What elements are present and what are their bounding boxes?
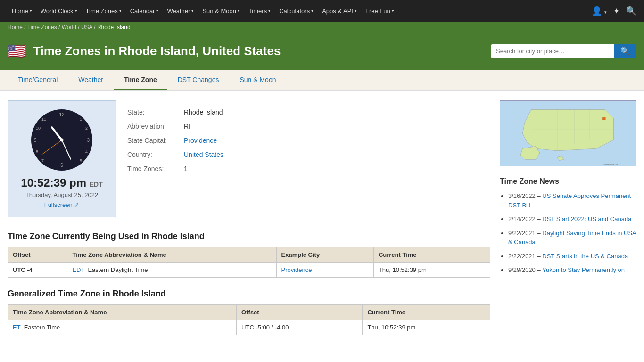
svg-marker-2 (520, 147, 540, 160)
tab-dst-changes[interactable]: DST Changes (167, 70, 230, 90)
breadcrumb-world[interactable]: World (62, 24, 76, 31)
table-row: Country: United States (125, 148, 490, 162)
list-item: 9/22/2021 – Daylight Saving Time Ends in… (508, 229, 636, 247)
hero-title-area: 🇺🇸 Time Zones in Rhode Island, United St… (8, 42, 281, 60)
search-form: 🔍 (491, 44, 636, 58)
digital-time: 10:52:39 pm EDT (17, 176, 107, 189)
generalized-tz-thead: Time Zone Abbreviation & Name Offset Cur… (8, 305, 490, 320)
tabs-bar: Time/General Weather Time Zone DST Chang… (0, 70, 644, 91)
gen-col-abbr: Time Zone Abbreviation & Name (8, 305, 237, 320)
list-item: 9/29/2020 – Yukon to Stay Permanently on (508, 265, 636, 275)
nav-free-fun[interactable]: Free Fun ▾ (361, 8, 398, 15)
table-row: Offset Time Zone Abbreviation & Name Exa… (8, 247, 490, 263)
flag-icon: 🇺🇸 (8, 42, 26, 60)
svg-text:© timeanddate.com: © timeanddate.com (603, 164, 618, 165)
news-date-2: 2/14/2022 (508, 215, 536, 222)
col-current-time: Current Time (373, 247, 490, 263)
current-tz-title: Time Zone Currently Being Used in Rhode … (8, 231, 490, 241)
news-date-1: 3/16/2022 (508, 192, 536, 199)
state-value: Rhode Island (182, 105, 490, 119)
svg-rect-8 (603, 117, 605, 120)
col-example-city: Example City (276, 247, 373, 263)
nav-world-clock[interactable]: World Clock ▾ (36, 8, 82, 15)
hero-content: 🇺🇸 Time Zones in Rhode Island, United St… (0, 33, 644, 70)
current-tz-tbody: UTC -4 EDT Eastern Daylight Time Provide… (8, 263, 490, 278)
fullscreen-link[interactable]: Fullscreen ⤢ (44, 201, 80, 208)
capital-value: Providence (182, 133, 490, 148)
breadcrumb-current: Rhode Island (97, 24, 131, 31)
city-link[interactable]: Providence (281, 266, 312, 273)
share-icon[interactable]: ✦ (613, 7, 619, 16)
nav-right-icons: 👤 ▾ ✦ 🔍 (592, 6, 636, 16)
nav-sun-moon[interactable]: Sun & Moon ▾ (198, 8, 244, 15)
news-date-4: 2/22/2021 (508, 253, 536, 260)
clock-5: 5 (80, 158, 82, 163)
tab-sun-moon[interactable]: Sun & Moon (229, 70, 286, 90)
news-date-3: 9/22/2021 (508, 230, 536, 237)
main-content: 12 3 6 9 1 11 2 4 5 7 8 10 (0, 91, 644, 356)
breadcrumb-timezones[interactable]: Time Zones (27, 24, 57, 31)
generalized-tz-table: Time Zone Abbreviation & Name Offset Cur… (8, 304, 490, 335)
tab-time-zone[interactable]: Time Zone (114, 70, 167, 90)
country-value: United States (182, 148, 490, 162)
news-link-5[interactable]: Yukon to Stay Permanently on (542, 266, 625, 273)
clock-date: Thursday, August 25, 2022 (17, 191, 107, 198)
nav-time-zones[interactable]: Time Zones ▾ (82, 8, 126, 15)
nav-home[interactable]: Home ▾ (8, 8, 36, 15)
gen-col-time: Current Time (363, 305, 490, 320)
generalized-tz-title: Generalized Time Zone in Rhode Island (8, 289, 490, 299)
capital-link[interactable]: Providence (184, 137, 217, 144)
search-button[interactable]: 🔍 (614, 44, 636, 58)
nav-menu: Home ▾ World Clock ▾ Time Zones ▾ Calend… (8, 8, 398, 15)
clock-6: 6 (60, 163, 63, 168)
nav-calculators[interactable]: Calculators ▾ (275, 8, 318, 15)
page-title: Time Zones in Rhode Island, United State… (33, 44, 281, 58)
news-date-5: 9/29/2020 (508, 266, 536, 273)
nav-calendar[interactable]: Calendar ▾ (126, 8, 163, 15)
svg-marker-1 (522, 109, 613, 150)
tab-weather[interactable]: Weather (68, 70, 114, 90)
nav-timers[interactable]: Timers ▾ (244, 8, 275, 15)
analog-clock: 12 3 6 9 1 11 2 4 5 7 8 10 (31, 109, 92, 171)
nav-apps-api[interactable]: Apps & API ▾ (318, 8, 361, 15)
table-row: State Capital: Providence (125, 133, 490, 148)
news-link-2[interactable]: DST Start 2022: US and Canada (542, 215, 631, 222)
news-link-4[interactable]: DST Starts in the US & Canada (542, 253, 628, 260)
table-row: Time Zone Abbreviation & Name Offset Cur… (8, 305, 490, 320)
list-item: 2/22/2021 – DST Starts in the US & Canad… (508, 252, 636, 261)
current-tz-thead: Offset Time Zone Abbreviation & Name Exa… (8, 247, 490, 263)
row-abbr: EDT Eastern Daylight Time (67, 263, 276, 278)
table-row: UTC -4 EDT Eastern Daylight Time Provide… (8, 263, 490, 278)
top-nav: Home ▾ World Clock ▾ Time Zones ▾ Calend… (0, 0, 644, 22)
second-hand (42, 140, 62, 155)
col-offset: Offset (8, 247, 67, 263)
content-area: 12 3 6 9 1 11 2 4 5 7 8 10 (8, 100, 490, 346)
sidebar: © timeanddate.com Time Zone News 3/16/20… (500, 100, 636, 346)
tz-value: 1 (182, 162, 490, 176)
current-tz-table: Offset Time Zone Abbreviation & Name Exa… (8, 247, 490, 278)
tab-time-general[interactable]: Time/General (8, 70, 68, 90)
gen-row-offset: UTC -5:00 / -4:00 (237, 320, 363, 335)
country-label: Country: (125, 148, 182, 162)
search-input[interactable] (491, 44, 614, 58)
row-time: Thu, 10:52:39 pm (373, 263, 490, 278)
col-abbr-name: Time Zone Abbreviation & Name (67, 247, 276, 263)
breadcrumb-usa[interactable]: USA (81, 24, 92, 31)
list-item: 2/14/2022 – DST Start 2022: US and Canad… (508, 214, 636, 224)
state-info: State: Rhode Island Abbreviation: RI Sta… (125, 100, 490, 217)
tz-label: Time Zones: (125, 162, 182, 176)
search-icon[interactable]: 🔍 (626, 6, 636, 16)
edt-link[interactable]: EDT (72, 266, 84, 273)
country-link[interactable]: United States (184, 151, 223, 158)
account-icon[interactable]: 👤 ▾ (592, 6, 607, 16)
clock-info-section: 12 3 6 9 1 11 2 4 5 7 8 10 (8, 100, 490, 217)
gen-row-time: Thu, 10:52:39 pm (363, 320, 490, 335)
clock-12: 12 (59, 112, 64, 117)
nav-weather[interactable]: Weather ▾ (163, 8, 198, 15)
abbr-value: RI (182, 119, 490, 133)
et-link[interactable]: ET (13, 324, 20, 331)
clock-2: 2 (85, 126, 88, 131)
info-table: State: Rhode Island Abbreviation: RI Sta… (125, 105, 490, 176)
clock-8: 8 (36, 149, 38, 154)
breadcrumb-home[interactable]: Home (8, 24, 23, 31)
